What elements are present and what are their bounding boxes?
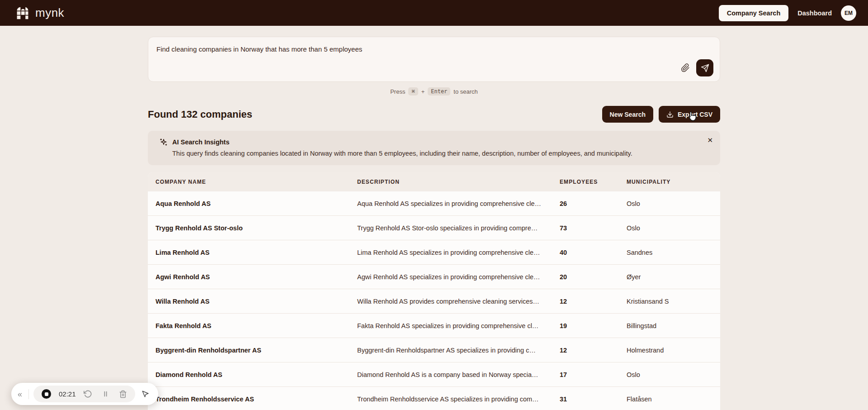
cell-company-name: Byggrent-din Renholdspartner AS bbox=[148, 338, 349, 362]
export-csv-label: Export CSV bbox=[678, 111, 712, 118]
results-actions: New Search Export CSV bbox=[602, 106, 720, 123]
nav-links: Company Search Dashboard EM bbox=[719, 5, 856, 21]
restart-icon bbox=[84, 390, 92, 398]
results-bar: Found 132 companies New Search Export CS… bbox=[148, 106, 720, 123]
cell-company-name: Lima Renhold AS bbox=[148, 240, 349, 264]
cell-municipality: Flatåsen bbox=[619, 387, 720, 410]
cell-description: Trondheim Renholdsservice AS specializes… bbox=[349, 387, 552, 410]
cmd-key: ⌘ bbox=[408, 87, 418, 95]
mouse-pointer-icon bbox=[142, 390, 150, 398]
recording-time: 02:21 bbox=[59, 390, 76, 398]
cell-company-name: Diamond Renhold AS bbox=[148, 362, 349, 386]
stop-record-icon bbox=[42, 389, 51, 399]
pointer-mode-button[interactable] bbox=[140, 388, 151, 400]
search-query-input[interactable]: Find cleaning companies in Norway that h… bbox=[156, 45, 712, 54]
logo-text: mynk bbox=[35, 6, 64, 20]
trash-icon bbox=[119, 390, 127, 398]
insights-title: AI Search Insights bbox=[172, 138, 230, 146]
cell-description: Byggrent-din Renholdspartner AS speciali… bbox=[349, 338, 552, 362]
cell-municipality: Sandnes bbox=[619, 240, 720, 264]
download-icon bbox=[666, 111, 674, 118]
table-row[interactable]: Agwi Renhold AS Agwi Renhold AS speciali… bbox=[148, 264, 720, 289]
pause-icon bbox=[102, 390, 109, 398]
cell-description: Lima Renhold AS specializes in providing… bbox=[349, 240, 552, 264]
insights-header: AI Search Insights bbox=[159, 138, 712, 147]
cell-municipality: Oslo bbox=[619, 191, 720, 215]
table-row[interactable]: Trondheim Renholdsservice AS Trondheim R… bbox=[148, 386, 720, 410]
table-row[interactable]: Lima Renhold AS Lima Renhold AS speciali… bbox=[148, 240, 720, 264]
cell-employees: 12 bbox=[552, 289, 619, 313]
column-header-description: DESCRIPTION bbox=[349, 172, 552, 191]
cell-employees: 73 bbox=[552, 216, 619, 240]
table-row[interactable]: Diamond Renhold AS Diamond Renhold AS is… bbox=[148, 362, 720, 386]
cell-description: Agwi Renhold AS specializes in providing… bbox=[349, 265, 552, 289]
collapse-toolbar-button[interactable]: « bbox=[16, 388, 24, 400]
sparkles-icon bbox=[159, 138, 168, 147]
table-row[interactable]: Byggrent-din Renholdspartner AS Byggrent… bbox=[148, 338, 720, 362]
pause-recording-button[interactable] bbox=[100, 388, 111, 400]
x-icon: ✕ bbox=[707, 136, 713, 144]
avatar[interactable]: EM bbox=[841, 5, 856, 21]
send-button[interactable] bbox=[696, 59, 713, 76]
cell-employees: 17 bbox=[552, 362, 619, 386]
table-row[interactable]: Trygg Renhold AS Stor-oslo Trygg Renhold… bbox=[148, 215, 720, 240]
cell-company-name: Agwi Renhold AS bbox=[148, 265, 349, 289]
table-row[interactable]: Aqua Renhold AS Aqua Renhold AS speciali… bbox=[148, 191, 720, 215]
ai-insights-panel: AI Search Insights This query finds clea… bbox=[148, 131, 720, 165]
table-row[interactable]: Willa Renhold AS Willa Renhold AS provid… bbox=[148, 289, 720, 313]
recorder-toolbar: « 02:21 bbox=[11, 383, 158, 405]
cell-employees: 20 bbox=[552, 265, 619, 289]
hint-press: Press bbox=[390, 88, 405, 95]
cell-employees: 31 bbox=[552, 387, 619, 410]
main-content: Find cleaning companies in Norway that h… bbox=[148, 37, 720, 410]
insights-body: This query finds cleaning companies loca… bbox=[172, 150, 712, 157]
cell-description: Willa Renhold AS provides comprehensive … bbox=[349, 289, 552, 313]
hint-suffix: to search bbox=[453, 88, 477, 95]
results-table: COMPANY NAME DESCRIPTION EMPLOYEES MUNIC… bbox=[148, 172, 720, 410]
cell-municipality: Øyer bbox=[619, 265, 720, 289]
nav-dashboard[interactable]: Dashboard bbox=[797, 10, 832, 17]
cell-company-name: Fakta Renhold AS bbox=[148, 314, 349, 338]
cell-municipality: Holmestrand bbox=[619, 338, 720, 362]
cell-municipality: Oslo bbox=[619, 362, 720, 386]
nav-company-search[interactable]: Company Search bbox=[719, 5, 788, 21]
search-card: Find cleaning companies in Norway that h… bbox=[148, 37, 720, 82]
cell-employees: 40 bbox=[552, 240, 619, 264]
paperclip-icon bbox=[681, 63, 690, 72]
recorder-controls: 02:21 bbox=[33, 386, 135, 402]
hint-plus: + bbox=[421, 88, 425, 95]
cell-company-name: Trygg Renhold AS Stor-oslo bbox=[148, 216, 349, 240]
cell-company-name: Trondheim Renholdsservice AS bbox=[148, 387, 349, 410]
cell-municipality: Billingstad bbox=[619, 314, 720, 338]
column-header-company-name: COMPANY NAME bbox=[148, 172, 349, 191]
top-nav: mynk Company Search Dashboard EM bbox=[0, 0, 868, 26]
logo-icon bbox=[16, 7, 29, 19]
cell-employees: 26 bbox=[552, 191, 619, 215]
logo[interactable]: mynk bbox=[16, 6, 64, 20]
restart-recording-button[interactable] bbox=[82, 388, 94, 400]
delete-recording-button[interactable] bbox=[117, 388, 129, 400]
search-actions bbox=[681, 59, 713, 76]
close-insights-button[interactable]: ✕ bbox=[707, 136, 713, 144]
cell-description: Trygg Renhold AS Stor-oslo specializes i… bbox=[349, 216, 552, 240]
cell-description: Aqua Renhold AS specializes in providing… bbox=[349, 191, 552, 215]
cell-company-name: Aqua Renhold AS bbox=[148, 191, 349, 215]
toolbar-divider bbox=[28, 389, 29, 399]
stop-record-button[interactable] bbox=[40, 387, 53, 400]
attach-button[interactable] bbox=[681, 63, 690, 72]
cell-company-name: Willa Renhold AS bbox=[148, 289, 349, 313]
search-hint: Press ⌘ + Enter to search bbox=[148, 87, 720, 95]
chevrons-left-icon: « bbox=[18, 390, 22, 398]
column-header-municipality: MUNICIPALITY bbox=[619, 172, 720, 191]
cell-description: Fakta Renhold AS specializes in providin… bbox=[349, 314, 552, 338]
table-row[interactable]: Fakta Renhold AS Fakta Renhold AS specia… bbox=[148, 313, 720, 338]
cell-employees: 12 bbox=[552, 338, 619, 362]
table-body: Aqua Renhold AS Aqua Renhold AS speciali… bbox=[148, 191, 720, 410]
cell-municipality: Oslo bbox=[619, 216, 720, 240]
column-header-employees: EMPLOYEES bbox=[552, 172, 619, 191]
export-csv-button[interactable]: Export CSV bbox=[659, 106, 720, 123]
cell-description: Diamond Renhold AS is a company based in… bbox=[349, 362, 552, 386]
cell-municipality: Kristiansand S bbox=[619, 289, 720, 313]
new-search-button[interactable]: New Search bbox=[602, 106, 653, 123]
table-header-row: COMPANY NAME DESCRIPTION EMPLOYEES MUNIC… bbox=[148, 172, 720, 191]
